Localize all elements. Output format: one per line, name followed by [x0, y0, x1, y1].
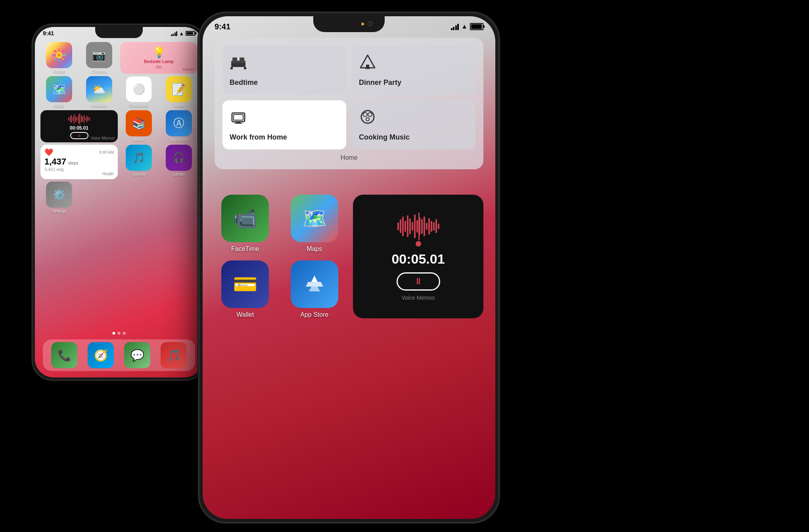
health-footer: Health [44, 172, 114, 176]
work-from-home-icon [230, 108, 247, 129]
app-icon-appstore: Ⓐ [166, 110, 192, 136]
phone-small: 9:41 ▲ [32, 24, 206, 381]
home-widget-status: On [156, 65, 162, 69]
waveform-small [44, 113, 115, 124]
app-label-wallet: Wallet [236, 311, 254, 318]
notch-dot [361, 23, 364, 25]
health-header: ❤️ 9:40 AM [44, 148, 114, 157]
app-label-books: Books [133, 138, 144, 142]
app-label-facetime-large: FaceTime [231, 245, 259, 253]
app-icon-reminders: ⚪ [126, 76, 152, 102]
scene-cooking-label: Cooking Music [359, 133, 410, 142]
app-item-reminders[interactable]: ⚪ Reminders [120, 76, 158, 108]
home-widget-footer: Home [183, 67, 194, 72]
home-widget-title: Bedside Lamp [144, 59, 174, 64]
app-item-settings[interactable]: ⚙️ Settings [40, 182, 78, 213]
app-item-camera[interactable]: 📷 Camera [81, 42, 118, 74]
home-scenes-grid: Bedtime Dinner Party [222, 46, 475, 149]
pause-icon-large: ⏸ [414, 276, 423, 287]
app-label-camera: Camera [92, 69, 106, 74]
svg-point-25 [363, 113, 367, 117]
voicememo-footer: Voice Memos [91, 136, 115, 140]
app-item-appstore[interactable]: Ⓐ App Store [160, 110, 198, 142]
app-item-wallet-large[interactable]: 💳 Wallet [215, 260, 276, 318]
app-icon-facetime: 📹 [221, 195, 269, 242]
app-label-sounds: Sounds [132, 172, 146, 176]
signal-bars-large [451, 23, 459, 30]
svg-line-8 [62, 58, 64, 60]
status-time-large: 9:41 [215, 22, 230, 31]
app-item-library[interactable]: 🎧 Library [160, 145, 198, 179]
svg-line-7 [54, 50, 56, 52]
app-label-appstore-large: App Store [300, 311, 328, 318]
health-steps: 1,437 [44, 157, 66, 166]
waveform-large [360, 212, 476, 240]
app-label-library: Library [173, 172, 185, 176]
app-icon-appstore-large [291, 260, 338, 308]
app-label-notes: Notes [174, 103, 184, 108]
svg-rect-13 [232, 57, 237, 61]
page-dots-small [113, 332, 126, 335]
svg-point-27 [366, 118, 369, 121]
dinner-party-icon [359, 54, 376, 75]
scene-cooking-music[interactable]: Cooking Music [352, 100, 475, 149]
widget-home-large[interactable]: Bedtime Dinner Party [215, 38, 483, 169]
battery-icon-large [470, 23, 483, 30]
scene-dinner-party[interactable]: Dinner Party [352, 46, 475, 95]
notch-small [95, 27, 143, 38]
scene-bedtime[interactable]: Bedtime [222, 46, 346, 95]
svg-point-26 [368, 113, 372, 117]
dock-safari[interactable]: 🧭 [88, 342, 114, 368]
app-item-notes[interactable]: 📝 Notes [160, 76, 198, 108]
dock-phone-icon: 📞 [51, 342, 77, 368]
dock-messages-icon: 💬 [124, 342, 150, 368]
status-time-small: 9:41 [43, 30, 54, 36]
app-label-maps-large: Maps [307, 245, 322, 253]
app-grid-large: 📹 FaceTime 🗺️ Maps [215, 195, 483, 318]
notch-camera [367, 21, 373, 27]
dock-messages[interactable]: 💬 [124, 342, 150, 368]
svg-rect-23 [234, 123, 242, 124]
app-icon-maps-large: 🗺️ [291, 195, 338, 242]
app-item-books[interactable]: 📚 Books [120, 110, 158, 142]
status-icons-small: ▲ [171, 31, 195, 36]
app-item-facetime-large[interactable]: 📹 FaceTime [215, 195, 276, 253]
memo-pause-btn-large[interactable]: ⏸ [397, 272, 440, 291]
svg-rect-16 [244, 67, 246, 69]
app-label-photos: Photos [53, 69, 65, 74]
memo-time-large: 00:05.01 [391, 251, 445, 267]
app-icon-wallet: 💳 [221, 260, 269, 308]
bedtime-icon [230, 54, 247, 75]
widget-home-small[interactable]: 💡 Bedside Lamp On Home [120, 42, 197, 74]
app-icon-books: 📚 [126, 110, 152, 136]
app-icon-settings: ⚙️ [46, 182, 72, 208]
health-steps-unit: steps [68, 161, 79, 165]
app-icon-library: 🎧 [166, 145, 192, 171]
dock-music-icon: 🎵 [161, 342, 187, 368]
notch-large [313, 16, 385, 32]
dock-music[interactable]: 🎵 [161, 342, 187, 368]
memo-time-small: 00:05.01 [70, 125, 88, 131]
app-label-settings: Settings [52, 209, 66, 213]
app-item-appstore-large[interactable]: App Store [284, 260, 345, 318]
app-item-sounds[interactable]: 🎵 Sounds [120, 145, 158, 179]
app-item-weather[interactable]: ⛅ Weather [81, 76, 118, 108]
svg-line-9 [62, 50, 64, 52]
app-item-photos[interactable]: Photos [40, 42, 78, 74]
playhead-dot [416, 241, 421, 247]
svg-rect-14 [240, 57, 244, 61]
health-heart-icon: ❤️ [44, 148, 53, 157]
memo-pause-btn-small[interactable]: ⏸ [70, 132, 88, 139]
widget-voicememo-small[interactable]: 00:05.01 ⏸ Voice Memos [40, 110, 118, 142]
app-item-maps[interactable]: 🗺️ Maps [40, 76, 78, 108]
scene-work-from-home[interactable]: Work from Home [222, 100, 346, 149]
dock-small: 📞 🧭 💬 🎵 [43, 339, 195, 371]
widget-voicememo-large[interactable]: 00:05.01 ⏸ Voice Memos [353, 195, 483, 318]
battery-icon-small [186, 31, 195, 36]
dock-phone[interactable]: 📞 [51, 342, 77, 368]
app-item-maps-large[interactable]: 🗺️ Maps [284, 195, 345, 253]
dock-safari-icon: 🧭 [88, 342, 114, 368]
health-time: 9:40 AM [99, 150, 114, 155]
app-icon-maps: 🗺️ [46, 76, 72, 102]
widget-health-small[interactable]: ❤️ 9:40 AM 1,437 steps 3,421 avg Health [40, 145, 118, 179]
